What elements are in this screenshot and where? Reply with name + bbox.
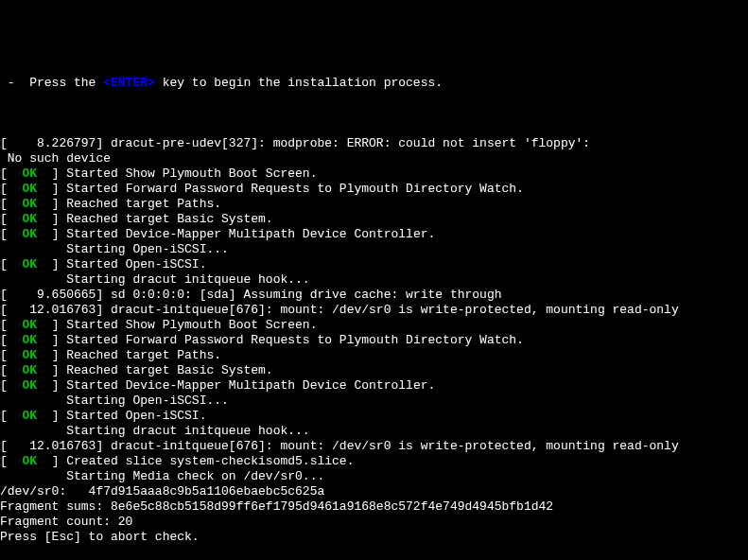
console-line: [ 12.016763] dracut-initqueue[676]: moun…	[0, 303, 748, 318]
status-ok-line: [ OK ] Reached target Basic System.	[0, 212, 748, 227]
bracket-gap	[37, 182, 52, 196]
status-ok-line: [ OK ] Started Show Plymouth Boot Screen…	[0, 166, 748, 182]
status-message: ] Started Open-iSCSI.	[52, 409, 207, 423]
status-ok-line: [ OK ] Reached target Basic System.	[0, 363, 748, 378]
bracket-open: [	[0, 363, 22, 377]
bracket-gap	[37, 318, 52, 332]
status-ok-line: [ OK ] Created slice system-checkisomd5.…	[0, 454, 748, 469]
console-line: Starting Open-iSCSI...	[0, 242, 748, 257]
status-message: ] Started Open-iSCSI.	[52, 257, 207, 271]
bracket-gap	[37, 166, 52, 181]
ok-label: OK	[22, 197, 37, 211]
bracket-open: [	[0, 318, 22, 332]
status-message: ] Started Forward Password Requests to P…	[52, 182, 524, 196]
ok-label: OK	[22, 409, 37, 423]
status-ok-line: [ OK ] Started Forward Password Requests…	[0, 333, 748, 348]
ok-label: OK	[22, 363, 37, 377]
status-ok-line: [ OK ] Started Forward Password Requests…	[0, 182, 748, 197]
bracket-open: [	[0, 409, 22, 423]
status-ok-line: [ OK ] Started Device-Mapper Multipath D…	[0, 227, 748, 242]
console-line: Starting dracut initqueue hook...	[0, 272, 748, 288]
status-message: ] Started Show Plymouth Boot Screen.	[52, 166, 318, 181]
bracket-open: [	[0, 197, 22, 211]
status-ok-line: [ OK ] Reached target Paths.	[0, 197, 748, 212]
status-message: ] Started Device-Mapper Multipath Device…	[52, 227, 436, 241]
bracket-gap	[37, 409, 52, 423]
bracket-open: [	[0, 333, 22, 347]
console-line: [ 12.016763] dracut-initqueue[676]: moun…	[0, 439, 748, 454]
status-ok-line: [ OK ] Started Open-iSCSI.	[0, 257, 748, 272]
console-line: Starting dracut initqueue hook...	[0, 424, 748, 439]
bracket-gap	[37, 257, 52, 271]
console-line: Fragment count: 20	[0, 515, 748, 530]
bracket-gap	[37, 212, 52, 226]
bracket-open: [	[0, 348, 22, 362]
header-prefix: - Press the	[0, 76, 103, 90]
ok-label: OK	[22, 166, 37, 181]
ok-label: OK	[22, 333, 37, 347]
console-line: /dev/sr0: 4f7d915aaa8c9b5a1106ebaebc5c62…	[0, 484, 748, 499]
console-line: [ 9.650665] sd 0:0:0:0: [sda] Assuming d…	[0, 288, 748, 303]
header-suffix: key to begin the installation process.	[155, 76, 443, 90]
console-line: Starting Media check on /dev/sr0...	[0, 469, 748, 484]
status-ok-line: [ OK ] Started Show Plymouth Boot Screen…	[0, 318, 748, 333]
status-message: ] Reached target Basic System.	[52, 363, 273, 377]
status-message: ] Started Forward Password Requests to P…	[52, 333, 524, 347]
status-ok-line: [ OK ] Reached target Paths.	[0, 348, 748, 363]
ok-label: OK	[22, 348, 37, 362]
console-line: No such device	[0, 151, 748, 166]
ok-label: OK	[22, 378, 37, 393]
enter-key-label: <ENTER>	[103, 76, 155, 90]
status-message: ] Started Show Plymouth Boot Screen.	[52, 318, 318, 332]
bracket-gap	[37, 378, 52, 393]
bracket-gap	[37, 454, 52, 468]
bracket-open: [	[0, 182, 22, 196]
blank-line	[0, 30, 748, 45]
console-lines: [ 8.226797] dracut-pre-udev[327]: modpro…	[0, 121, 748, 545]
status-ok-line: [ OK ] Started Device-Mapper Multipath D…	[0, 378, 748, 394]
ok-label: OK	[22, 257, 37, 271]
status-ok-line: [ OK ] Started Open-iSCSI.	[0, 409, 748, 424]
bracket-open: [	[0, 454, 22, 468]
bracket-gap	[37, 227, 52, 241]
console-line: [ 8.226797] dracut-pre-udev[327]: modpro…	[0, 136, 748, 151]
bracket-open: [	[0, 212, 22, 226]
ok-label: OK	[22, 227, 37, 241]
console-line: Press [Esc] to abort check.	[0, 530, 748, 545]
bracket-gap	[37, 363, 52, 377]
bracket-open: [	[0, 378, 22, 393]
status-message: ] Reached target Paths.	[52, 348, 221, 362]
ok-label: OK	[22, 454, 37, 468]
status-message: ] Reached target Basic System.	[52, 212, 273, 226]
console-line: Fragment sums: 8e6e5c88cb5158d99ff6ef179…	[0, 499, 748, 515]
bracket-open: [	[0, 227, 22, 241]
header-line: - Press the <ENTER> key to begin the ins…	[0, 76, 748, 91]
ok-label: OK	[22, 182, 37, 196]
boot-console: - Press the <ENTER> key to begin the ins…	[0, 0, 748, 560]
status-message: ] Reached target Paths.	[52, 197, 221, 211]
blank-line	[0, 121, 748, 136]
status-message: ] Started Device-Mapper Multipath Device…	[52, 378, 436, 393]
bracket-open: [	[0, 257, 22, 271]
status-message: ] Created slice system-checkisomd5.slice…	[52, 454, 355, 468]
bracket-open: [	[0, 166, 22, 181]
bracket-gap	[37, 197, 52, 211]
ok-label: OK	[22, 318, 37, 332]
ok-label: OK	[22, 212, 37, 226]
console-line: Starting Open-iSCSI...	[0, 394, 748, 409]
bracket-gap	[37, 333, 52, 347]
bracket-gap	[37, 348, 52, 362]
